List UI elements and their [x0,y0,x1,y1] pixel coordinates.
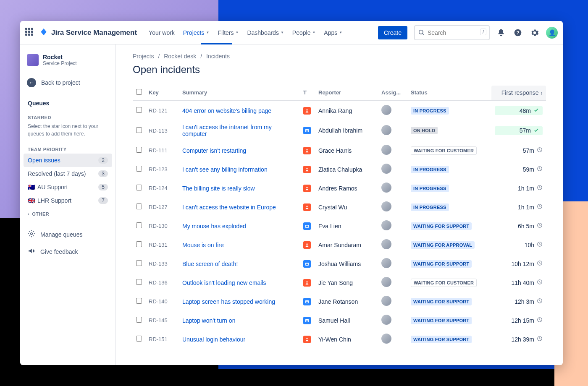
status-badge[interactable]: IN PROGRESS [411,185,449,192]
manage-queues[interactable]: Manage queues [24,226,112,243]
user-avatar[interactable]: 👤 [546,27,558,39]
assignee-avatar[interactable] [381,239,391,249]
nav-projects[interactable]: Projects▼ [179,27,214,39]
row-checkbox[interactable] [136,166,142,172]
row-checkbox[interactable] [136,260,142,266]
assignee-avatar[interactable] [381,220,391,230]
issue-summary-link[interactable]: 404 error on website's billing page [182,107,271,114]
nav-people[interactable]: People▼ [288,27,320,39]
issue-summary-link[interactable]: My mouse has exploded [182,223,246,230]
issue-summary-link[interactable]: The billing site is really slow [182,185,255,192]
queue-item[interactable]: 🇦🇺AU Support5 [24,180,112,194]
col-reporter[interactable]: Reporter [315,86,378,101]
row-checkbox[interactable] [136,336,142,342]
issue-key[interactable]: RD-145 [145,311,179,330]
create-button[interactable]: Create [378,26,407,39]
issue-key[interactable]: RD-121 [145,101,179,120]
status-badge[interactable]: IN PROGRESS [411,203,449,211]
issue-summary-link[interactable]: Blue screen of death! [182,261,238,267]
back-to-project[interactable]: ← Back to project [24,75,112,91]
col-type[interactable]: T [300,86,315,101]
row-checkbox[interactable] [136,185,142,190]
row-checkbox[interactable] [136,127,142,133]
nav-filters[interactable]: Filters▼ [213,27,243,39]
issue-key[interactable]: RD-127 [145,198,179,216]
row-checkbox[interactable] [136,222,142,228]
nav-your-work[interactable]: Your work [144,27,179,39]
issue-summary-link[interactable]: I can't access the intranet from my comp… [182,124,272,137]
col-key[interactable]: Key [145,86,179,101]
assignee-avatar[interactable] [381,201,391,211]
col-summary[interactable]: Summary [179,86,300,101]
issue-summary-link[interactable]: Laptop won't turn on [182,317,235,324]
nav-apps[interactable]: Apps▼ [320,27,346,39]
notifications-icon[interactable] [496,27,507,38]
issue-summary-link[interactable]: Outlook isn't loading new emails [182,279,266,286]
settings-icon[interactable] [529,27,540,38]
issue-key[interactable]: RD-113 [145,120,179,141]
issue-key[interactable]: RD-133 [145,254,179,273]
row-checkbox[interactable] [136,203,142,209]
issue-summary-link[interactable]: Laptop screen has stopped working [182,298,275,305]
breadcrumb-rocket-desk[interactable]: Rocket desk [164,53,196,60]
assignee-avatar[interactable] [381,258,391,268]
issue-key[interactable]: RD-111 [145,141,179,160]
assignee-avatar[interactable] [381,315,391,325]
issue-row: RD-145 Laptop won't turn on Samuel Hall … [133,311,546,330]
first-response-time: 12h 15m [495,317,543,324]
give-feedback[interactable]: Give feedback [24,243,112,260]
nav-dashboards[interactable]: Dashboards▼ [243,27,288,39]
issue-key[interactable]: RD-130 [145,216,179,235]
status-badge[interactable]: WAITING FOR CUSTOMER [411,146,477,155]
status-badge[interactable]: WAITING FOR SUPPORT [411,317,472,324]
issue-key[interactable]: RD-140 [145,292,179,311]
status-badge[interactable]: WAITING FOR CUSTOMER [411,279,477,287]
assignee-avatar[interactable] [381,277,391,287]
status-badge[interactable]: IN PROGRESS [411,107,449,115]
issue-key[interactable]: RD-124 [145,179,179,198]
select-all-checkbox[interactable] [136,89,142,95]
assignee-avatar[interactable] [381,125,391,135]
assignee-avatar[interactable] [381,183,391,193]
project-header[interactable]: Rocket Service Project [24,51,112,69]
status-badge[interactable]: WAITING FOR SUPPORT [411,222,472,230]
issue-summary-link[interactable]: Unusual login behaviour [182,336,245,343]
row-checkbox[interactable] [136,298,142,304]
issue-summary-link[interactable]: Mouse is on fire [182,242,224,248]
status-badge[interactable]: WAITING FOR APPROVAL [411,241,475,249]
row-checkbox[interactable] [136,317,142,323]
status-badge[interactable]: WAITING FOR SUPPORT [411,260,472,268]
search-input[interactable] [414,25,490,40]
assignee-avatar[interactable] [381,296,391,306]
breadcrumb-projects[interactable]: Projects [133,53,154,60]
row-checkbox[interactable] [136,279,142,285]
row-checkbox[interactable] [136,241,142,247]
breadcrumb-incidents[interactable]: Incidents [206,53,230,60]
row-checkbox[interactable] [136,107,142,113]
issue-key[interactable]: RD-131 [145,235,179,254]
row-checkbox[interactable] [136,147,142,153]
assignee-avatar[interactable] [381,105,391,115]
status-badge[interactable]: ON HOLD [411,127,438,134]
col-assignee[interactable]: Assig... [378,86,407,101]
status-badge[interactable]: WAITING FOR SUPPORT [411,298,472,305]
other-section-toggle[interactable]: › OTHER [24,207,112,221]
col-first-response[interactable]: First response↑ [491,86,546,101]
status-badge[interactable]: IN PROGRESS [411,166,449,173]
queue-item[interactable]: 🇬🇧LHR Support7 [24,194,112,207]
col-status[interactable]: Status [407,86,491,101]
assignee-avatar[interactable] [381,164,391,174]
assignee-avatar[interactable] [381,334,391,344]
queue-item[interactable]: Resolved (last 7 days)3 [24,167,112,180]
help-icon[interactable]: ? [512,27,523,38]
issue-key[interactable]: RD-136 [145,273,179,292]
status-badge[interactable]: WAITING FOR SUPPORT [411,336,472,343]
issue-summary-link[interactable]: Computer isn't restarting [182,147,246,154]
issue-summary-link[interactable]: I can't access the website in Europe [182,204,276,211]
app-switcher-icon[interactable] [25,28,35,38]
assignee-avatar[interactable] [381,145,391,155]
issue-summary-link[interactable]: I can't see any billing information [182,166,268,173]
queue-item[interactable]: Open issues2 [24,154,112,167]
issue-key[interactable]: RD-123 [145,160,179,179]
issue-key[interactable]: RD-151 [145,330,179,349]
